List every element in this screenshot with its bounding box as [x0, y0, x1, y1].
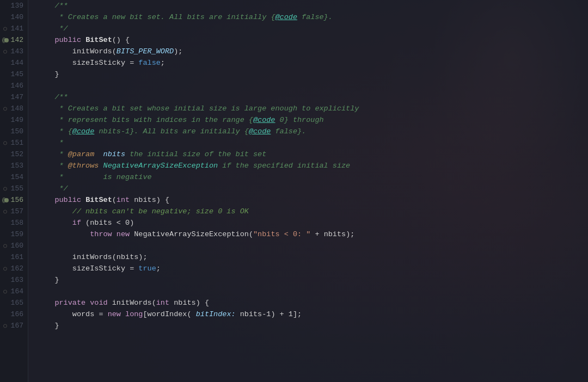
code-line-150: * {@code nbits-1}. All bits are initiall… — [37, 126, 588, 137]
line-number-161: 161 — [0, 251, 28, 263]
code-line-140: * Creates a new bit set. All bits are in… — [37, 11, 588, 23]
code-line-160 — [37, 240, 588, 251]
line-number-139: 139 — [0, 0, 28, 11]
code-area: /** * Creates a new bit set. All bits ar… — [28, 0, 588, 382]
line-number-163: 163 — [0, 274, 28, 286]
code-line-161: initWords(nbits); — [37, 251, 588, 263]
line-number-147: 147 — [0, 91, 28, 103]
code-line-148: * Creates a bit set whose initial size i… — [37, 103, 588, 114]
line-number-166: 166 — [0, 309, 28, 320]
line-number-140: 140 — [0, 11, 28, 23]
line-number-150: 150 — [0, 126, 28, 137]
line-number-158: 158 — [0, 217, 28, 229]
line-number-152: 152 — [0, 149, 28, 160]
line-number-162: 162 — [0, 263, 28, 274]
line-number-148: 148 — [0, 103, 28, 114]
code-line-162: sizeIsSticky = true; — [37, 263, 588, 274]
code-line-163: } — [37, 274, 588, 286]
code-line-143: initWords(BITS_PER_WORD); — [37, 46, 588, 57]
code-line-159: throw new NegativeArraySizeException("nb… — [37, 229, 588, 240]
code-line-139: /** — [37, 0, 588, 11]
line-number-146: 146 — [0, 80, 28, 91]
code-line-151: * — [37, 137, 588, 149]
line-number-145: 145 — [0, 69, 28, 80]
code-line-156: public BitSet(int nbits) { — [37, 194, 588, 206]
code-line-141: */ — [37, 23, 588, 34]
line-number-154: 154 — [0, 171, 28, 183]
line-number-151: 151 — [0, 137, 28, 149]
code-line-164 — [37, 286, 588, 297]
line-number-167: 167 — [0, 320, 28, 331]
line-number-159: 159 — [0, 229, 28, 240]
editor-container: 1391401411421431441451461471481491501511… — [0, 0, 588, 382]
line-number-164: 164 — [0, 286, 28, 297]
code-line-165: private void initWords(int nbits) { — [37, 297, 588, 309]
line-number-160: 160 — [0, 240, 28, 251]
line-number-153: 153 — [0, 160, 28, 171]
code-line-147: /** — [37, 91, 588, 103]
line-number-143: 143 — [0, 46, 28, 57]
line-number-155: 155 — [0, 183, 28, 194]
code-line-142: public BitSet() { — [37, 34, 588, 46]
code-line-154: * is negative — [37, 171, 588, 183]
line-numbers-gutter: 1391401411421431441451461471481491501511… — [0, 0, 28, 382]
code-line-158: if (nbits < 0) — [37, 217, 588, 229]
line-number-144: 144 — [0, 57, 28, 69]
code-line-167: } — [37, 320, 588, 331]
code-line-155: */ — [37, 183, 588, 194]
code-line-144: sizeIsSticky = false; — [37, 57, 588, 69]
code-line-149: * represent bits with indices in the ran… — [37, 114, 588, 126]
code-line-166: words = new long[wordIndex( bitIndex: nb… — [37, 309, 588, 320]
line-number-149: 149 — [0, 114, 28, 126]
line-number-141: 141 — [0, 23, 28, 34]
code-line-152: * @param nbits the initial size of the b… — [37, 149, 588, 160]
line-number-142: 142 — [0, 34, 28, 46]
line-number-156: 156 — [0, 194, 28, 206]
code-line-153: * @throws NegativeArraySizeException if … — [37, 160, 588, 171]
code-line-146 — [37, 80, 588, 91]
code-line-145: } — [37, 69, 588, 80]
line-number-165: 165 — [0, 297, 28, 309]
code-line-157: // nbits can't be negative; size 0 is OK — [37, 206, 588, 217]
line-number-157: 157 — [0, 206, 28, 217]
